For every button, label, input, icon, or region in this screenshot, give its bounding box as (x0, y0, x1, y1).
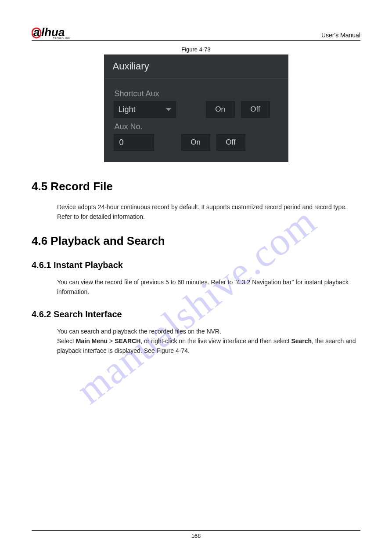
heading-4-6: 4.6 Playback and Search (32, 234, 360, 248)
auxno-on-button[interactable]: On (181, 134, 210, 151)
auxiliary-panel: Auxiliary Shortcut Aux Light On Off Aux … (104, 54, 288, 162)
para-4-6-1: You can view the record file of previous… (57, 277, 356, 297)
svg-text:a: a (33, 26, 40, 39)
chevron-down-icon (166, 108, 171, 111)
para-search-bold: SEARCH (115, 337, 140, 345)
heading-4-5: 4.5 Record File (32, 180, 360, 193)
panel-title: Auxiliary (104, 54, 288, 79)
para-gt: > (108, 337, 115, 345)
page-footer: 168 (32, 530, 360, 539)
para-line1: You can search and playback the recorded… (57, 328, 221, 335)
para-select-prefix: Select (57, 337, 76, 345)
aux-no-label: Aux No. (115, 122, 279, 131)
para-4-5: Device adopts 24-hour continuous record … (57, 202, 356, 222)
shortcut-off-button[interactable]: Off (241, 101, 270, 118)
page-number: 168 (191, 533, 201, 539)
heading-4-6-2: 4.6.2 Search Interface (32, 309, 360, 319)
auxno-off-button[interactable]: Off (216, 134, 245, 151)
heading-4-6-1: 4.6.1 Instant Playback (32, 260, 360, 270)
brand-logo: a lhua TECHNOLOGY (32, 26, 84, 40)
para-mid: , or right-click on the live view interf… (140, 337, 291, 345)
aux-no-input[interactable]: 0 (114, 134, 154, 151)
select-value: Light (119, 105, 136, 114)
para-4-6-2: You can search and playback the recorded… (57, 326, 356, 356)
figure-caption: Figure 4-73 (32, 46, 360, 53)
para-mainmenu: Main Menu (76, 337, 108, 345)
shortcut-on-button[interactable]: On (206, 101, 235, 118)
shortcut-aux-label: Shortcut Aux (115, 89, 279, 98)
header-manual-label: User's Manual (321, 32, 360, 40)
para-search2-bold: Search (291, 337, 312, 345)
svg-text:TECHNOLOGY: TECHNOLOGY (53, 37, 71, 40)
shortcut-aux-select[interactable]: Light (114, 101, 176, 118)
page-header: a lhua TECHNOLOGY User's Manual (32, 26, 360, 41)
